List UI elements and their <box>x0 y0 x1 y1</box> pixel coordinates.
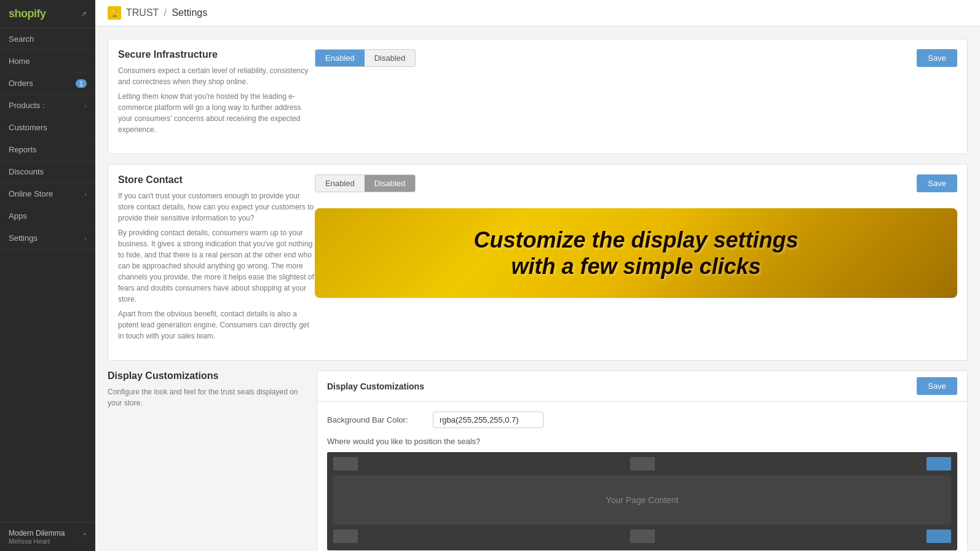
user-info: Modern Dilemma Melissa Heart <box>9 529 65 545</box>
preview-seal-btn[interactable] <box>333 530 358 543</box>
preview-top-bar <box>327 452 957 475</box>
display-title: Display Customizations <box>108 370 304 381</box>
disabled-button[interactable]: Disabled <box>365 175 416 192</box>
disabled-button[interactable]: Disabled <box>365 50 416 66</box>
user-name: Modern Dilemma <box>9 529 65 537</box>
panel-body: Background Bar Color: Where would you li… <box>317 402 967 551</box>
store-contact-toggle[interactable]: Enabled Disabled <box>315 174 416 192</box>
preview-seal-btn[interactable] <box>333 457 358 471</box>
sidebar-item-label: Home <box>9 57 30 66</box>
sidebar-item-reports[interactable]: Reports <box>0 139 95 161</box>
display-customizations-wrapper: Display Customizations Configure the loo… <box>108 370 968 551</box>
enabled-button[interactable]: Enabled <box>315 175 365 192</box>
store-name: TRUST <box>126 7 159 18</box>
sidebar: shopify ↗ Search Home Orders 1 Products … <box>0 0 95 551</box>
banner-text-line1: Customize the display settings <box>333 227 939 253</box>
background-color-label: Background Bar Color: <box>327 415 425 424</box>
preview-seal-btn-active[interactable] <box>927 530 951 543</box>
page-header: 🏆 TRUST / Settings <box>95 0 980 26</box>
section-header: Secure Infrastructure Consumers expect a… <box>118 49 957 139</box>
section-controls: Enabled Disabled Save <box>315 49 957 73</box>
preview-seal-btn[interactable] <box>630 530 655 543</box>
sidebar-item-label: Settings <box>9 233 38 243</box>
sidebar-item-label: Apps <box>9 211 27 221</box>
sidebar-logo-text: shopify <box>9 7 46 20</box>
preview-seal-btn-active[interactable] <box>927 457 951 471</box>
section-info: Secure Infrastructure Consumers expect a… <box>118 49 315 139</box>
breadcrumb: TRUST / Settings <box>126 7 207 18</box>
sidebar-item-online-store[interactable]: Online Store › <box>0 183 95 205</box>
secure-infrastructure-desc1: Consumers expect a certain level of reli… <box>118 65 315 87</box>
customize-banner: Customize the display settings with a fe… <box>315 208 957 298</box>
sidebar-item-customers[interactable]: Customers <box>0 117 95 139</box>
trust-icon: 🏆 <box>108 6 121 20</box>
background-color-input[interactable] <box>433 412 543 428</box>
sidebar-item-settings[interactable]: Settings › <box>0 227 95 249</box>
orders-badge: 1 <box>76 79 87 88</box>
display-customizations-panel: Display Customizations Save Background B… <box>317 370 968 551</box>
sidebar-item-label: Search <box>9 34 34 44</box>
secure-infrastructure-toggle[interactable]: Enabled Disabled <box>315 49 416 67</box>
save-button[interactable]: Save <box>917 377 957 395</box>
external-link-icon[interactable]: ↗ <box>81 10 87 18</box>
enabled-button[interactable]: Enabled <box>315 50 365 66</box>
user-email: Melissa Heart <box>9 537 65 545</box>
save-button[interactable]: Save <box>917 49 957 67</box>
sidebar-item-label: Customers <box>9 123 47 132</box>
breadcrumb-separator: / <box>164 7 167 18</box>
sidebar-item-discounts[interactable]: Discounts <box>0 161 95 183</box>
display-info: Display Customizations Configure the loo… <box>108 370 304 412</box>
secure-infrastructure-title: Secure Infrastructure <box>118 49 315 60</box>
display-desc: Configure the look and feel for the trus… <box>108 386 304 408</box>
preview-spacer <box>362 457 626 471</box>
content-area: Secure Infrastructure Consumers expect a… <box>95 26 980 551</box>
secure-infrastructure-desc2: Letting them know that you're hosted by … <box>118 91 315 135</box>
main-content: 🏆 TRUST / Settings Secure Infrastructure… <box>95 0 980 551</box>
store-contact-desc1: If you can't trust your customers enough… <box>118 190 315 224</box>
position-question: Where would you like to position the sea… <box>327 437 957 446</box>
preview-page-content: Your Page Content <box>606 495 679 505</box>
section-header: Store Contact If you can't trust your cu… <box>118 174 957 345</box>
sidebar-item-label: Discounts <box>9 167 44 176</box>
chevron-right-icon: › <box>84 190 87 198</box>
preview-bottom-bar <box>327 525 957 548</box>
chevron-right-icon: › <box>84 235 87 242</box>
sidebar-item-label: Online Store <box>9 189 53 198</box>
sidebar-item-label: Products : <box>9 101 45 110</box>
sidebar-item-apps[interactable]: Apps <box>0 205 95 227</box>
preview-spacer <box>658 530 923 543</box>
page-name: Settings <box>172 7 207 18</box>
store-contact-title: Store Contact <box>118 174 315 186</box>
display-panel: Display Customizations Save Background B… <box>317 370 968 551</box>
sidebar-item-home[interactable]: Home <box>0 50 95 72</box>
store-contact-section: Store Contact If you can't trust your cu… <box>108 164 968 361</box>
preview-spacer <box>362 530 626 543</box>
panel-title: Display Customizations <box>327 381 424 391</box>
secure-infrastructure-section: Secure Infrastructure Consumers expect a… <box>108 39 968 154</box>
preview-seal-btn[interactable] <box>630 457 655 471</box>
preview-spacer <box>658 457 923 471</box>
sidebar-item-label: Orders <box>9 79 33 88</box>
store-contact-desc2: By providing contact details, consumers … <box>118 227 315 305</box>
section-controls: Enabled Disabled Save Customize the disp… <box>315 174 957 308</box>
panel-header: Display Customizations Save <box>317 371 967 402</box>
sidebar-item-products[interactable]: Products : › <box>0 95 95 117</box>
sidebar-logo[interactable]: shopify ↗ <box>0 0 95 28</box>
sidebar-item-search[interactable]: Search <box>0 28 95 50</box>
save-button[interactable]: Save <box>917 174 957 192</box>
chevron-up-icon[interactable]: ˄ <box>83 533 87 541</box>
preview-content: Your Page Content <box>333 475 951 525</box>
sidebar-footer: Modern Dilemma Melissa Heart ˄ <box>0 522 95 551</box>
page-position-preview: Your Page Content <box>327 452 957 550</box>
section-info: Store Contact If you can't trust your cu… <box>118 174 315 345</box>
chevron-right-icon: › <box>84 102 87 109</box>
sidebar-item-orders[interactable]: Orders 1 <box>0 72 95 95</box>
sidebar-item-label: Reports <box>9 145 37 154</box>
banner-text-line2: with a few simple clicks <box>333 253 939 279</box>
background-color-row: Background Bar Color: <box>327 412 957 428</box>
store-contact-desc3: Apart from the obvious benefit, contact … <box>118 308 315 342</box>
